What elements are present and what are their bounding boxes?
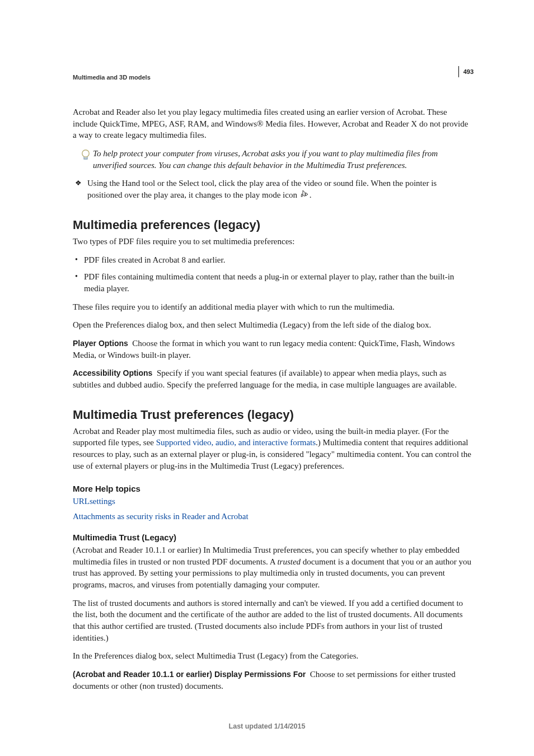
section-heading: Multimedia Trust preferences (legacy) (73, 408, 474, 422)
option-label: Accessibility Options (73, 368, 152, 377)
link-supported-formats[interactable]: Supported video, audio, and interactive … (156, 438, 316, 447)
play-cursor-icon (299, 189, 310, 199)
option-label: (Acrobat and Reader 10.1.1 or earlier) D… (73, 670, 306, 679)
subsection-heading: Multimedia Trust (Legacy) (73, 533, 474, 542)
svg-point-0 (82, 150, 89, 157)
page-number: 493 (458, 66, 474, 77)
diamond-bullet-icon: ❖ (75, 178, 82, 189)
page-footer: Last updated 1/14/2015 (0, 722, 534, 730)
body-paragraph: Acrobat and Reader also let you play leg… (73, 106, 474, 141)
step-text: Using the Hand tool or the Select tool, … (87, 178, 474, 200)
body-paragraph: In the Preferences dialog box, select Mu… (73, 650, 474, 662)
tip-text: To help protect your computer from virus… (93, 148, 474, 171)
list-item: PDF files containing multimedia content … (73, 271, 474, 294)
document-page: 493 Multimedia and 3D models Acrobat and… (0, 0, 534, 756)
body-paragraph: The list of trusted documents and author… (73, 598, 474, 644)
more-help-heading: More Help topics (73, 484, 474, 493)
italic-term: trusted (277, 557, 301, 566)
step-item: ❖ Using the Hand tool or the Select tool… (73, 178, 474, 200)
option-paragraph: Player Options Choose the format in whic… (73, 338, 474, 361)
option-paragraph: Accessibility Options Specify if you wan… (73, 367, 474, 390)
lightbulb-icon (81, 149, 91, 162)
option-paragraph: (Acrobat and Reader 10.1.1 or earlier) D… (73, 669, 474, 692)
tip-callout: To help protect your computer from virus… (73, 148, 474, 171)
list-item: PDF files created in Acrobat 8 and earli… (73, 254, 474, 266)
option-label: Player Options (73, 339, 128, 348)
body-paragraph: Open the Preferences dialog box, and the… (73, 319, 474, 331)
body-paragraph: (Acrobat and Reader 10.1.1 or earlier) I… (73, 544, 474, 591)
section-breadcrumb: Multimedia and 3D models (73, 74, 474, 81)
section-heading: Multimedia preferences (legacy) (73, 218, 474, 232)
link-url-settings[interactable]: URLsettings (73, 497, 115, 506)
body-paragraph: Acrobat and Reader play most multimedia … (73, 426, 474, 472)
body-paragraph: These files require you to identify an a… (73, 301, 474, 313)
body-paragraph: Two types of PDF files require you to se… (73, 236, 474, 248)
link-attachments-security[interactable]: Attachments as security risks in Reader … (73, 512, 249, 521)
bullet-list: PDF files created in Acrobat 8 and earli… (73, 254, 474, 295)
